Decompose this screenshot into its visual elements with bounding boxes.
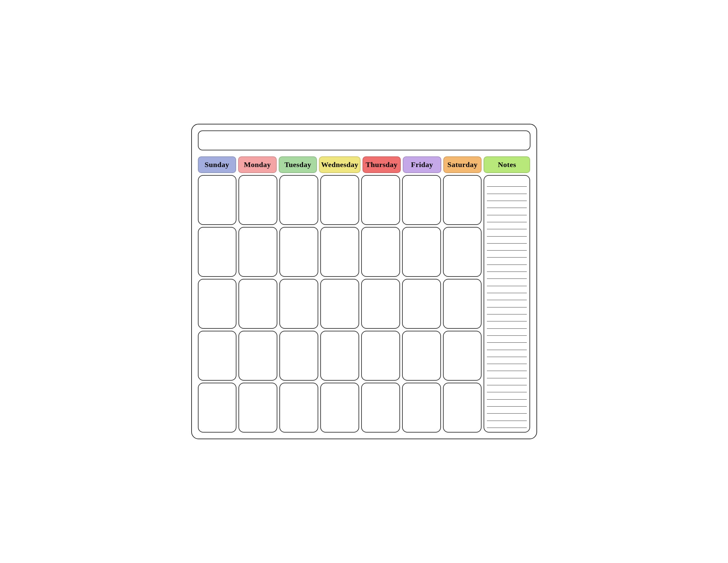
note-line (487, 329, 527, 336)
note-line (487, 236, 527, 243)
header-saturday: Saturday (443, 156, 482, 173)
day-cell-r4c6[interactable] (402, 331, 441, 381)
note-line (487, 343, 527, 350)
day-cell-r4c3[interactable] (279, 331, 318, 381)
note-line (487, 371, 527, 378)
notes-area[interactable] (484, 175, 530, 433)
day-cell-r2c3[interactable] (279, 227, 318, 277)
day-cell-r5c5[interactable] (361, 383, 400, 433)
note-line (487, 257, 527, 264)
day-cell-r3c6[interactable] (402, 279, 441, 329)
day-cell-r5c3[interactable] (279, 383, 318, 433)
note-line (487, 315, 527, 322)
day-cell-r5c1[interactable] (198, 383, 237, 433)
note-line (487, 201, 527, 208)
day-cell-r5c6[interactable] (402, 383, 441, 433)
note-line (487, 208, 527, 215)
note-line (487, 407, 527, 414)
note-line (487, 400, 527, 407)
note-line (487, 385, 527, 392)
day-cell-r2c5[interactable] (361, 227, 400, 277)
day-cell-r3c1[interactable] (198, 279, 237, 329)
note-line (487, 187, 527, 194)
day-cell-r3c5[interactable] (361, 279, 400, 329)
day-cell-r1c2[interactable] (238, 175, 277, 225)
header-monday: Monday (238, 156, 277, 173)
day-cell-r1c4[interactable] (320, 175, 359, 225)
note-line (487, 222, 527, 229)
note-line (487, 286, 527, 293)
day-cell-r2c1[interactable] (198, 227, 237, 277)
day-cell-r5c4[interactable] (320, 383, 359, 433)
note-line (487, 180, 527, 187)
day-cell-r1c1[interactable] (198, 175, 237, 225)
day-cell-r3c4[interactable] (320, 279, 359, 329)
day-cell-r1c3[interactable] (279, 175, 318, 225)
day-cell-r2c6[interactable] (402, 227, 441, 277)
note-line (487, 336, 527, 343)
note-line (487, 378, 527, 385)
calendar-grid (192, 175, 536, 439)
day-cell-r3c3[interactable] (279, 279, 318, 329)
day-cell-r4c2[interactable] (238, 331, 277, 381)
header-sunday: Sunday (198, 156, 236, 173)
calendar-outer: Sunday Monday Tuesday Wednesday Thursday… (191, 124, 537, 439)
day-cell-r3c2[interactable] (238, 279, 277, 329)
note-line (487, 194, 527, 201)
day-cell-r5c2[interactable] (238, 383, 277, 433)
note-line (487, 414, 527, 421)
note-line (487, 392, 527, 399)
note-line (487, 357, 527, 364)
day-cell-r2c2[interactable] (238, 227, 277, 277)
note-line (487, 322, 527, 329)
note-line (487, 229, 527, 236)
header-friday: Friday (403, 156, 441, 173)
note-line (487, 421, 527, 428)
day-cell-r2c7[interactable] (443, 227, 482, 277)
note-line (487, 364, 527, 371)
day-cell-r4c1[interactable] (198, 331, 237, 381)
note-line (487, 243, 527, 250)
day-cell-r1c5[interactable] (361, 175, 400, 225)
note-line (487, 279, 527, 286)
day-cell-r3c7[interactable] (443, 279, 482, 329)
day-cell-r4c5[interactable] (361, 331, 400, 381)
day-cell-r4c4[interactable] (320, 331, 359, 381)
day-cell-r5c7[interactable] (443, 383, 482, 433)
title-bar[interactable] (198, 130, 530, 150)
note-line (487, 293, 527, 300)
header-tuesday: Tuesday (279, 156, 317, 173)
note-line (487, 250, 527, 257)
day-cell-r1c6[interactable] (402, 175, 441, 225)
note-line (487, 350, 527, 357)
header-wednesday: Wednesday (319, 156, 360, 173)
header-notes: Notes (484, 156, 530, 173)
day-cell-r4c7[interactable] (443, 331, 482, 381)
note-line (487, 215, 527, 222)
header-thursday: Thursday (363, 156, 401, 173)
note-line (487, 300, 527, 307)
note-line (487, 308, 527, 315)
day-cell-r1c7[interactable] (443, 175, 482, 225)
day-cell-r2c4[interactable] (320, 227, 359, 277)
header-row: Sunday Monday Tuesday Wednesday Thursday… (192, 154, 536, 175)
note-line (487, 272, 527, 279)
note-line (487, 265, 527, 272)
calendar-wrapper: Sunday Monday Tuesday Wednesday Thursday… (181, 114, 547, 449)
